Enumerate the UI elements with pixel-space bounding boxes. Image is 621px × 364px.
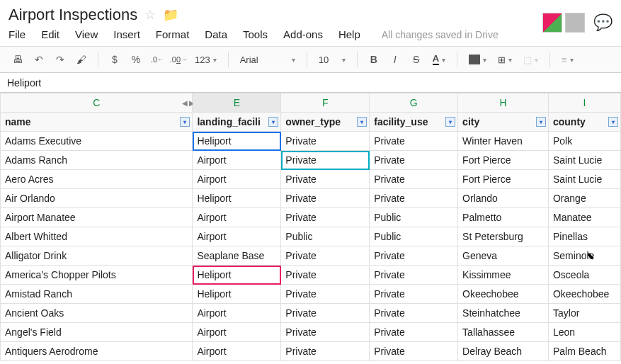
cell[interactable]: Orange bbox=[548, 189, 620, 208]
cell[interactable]: Palm Beach bbox=[548, 342, 620, 361]
cell[interactable]: Kissimmee bbox=[458, 266, 549, 285]
cell[interactable]: Airport Manatee bbox=[1, 208, 193, 227]
cell[interactable]: Heliport bbox=[193, 285, 281, 304]
bold-icon[interactable]: B bbox=[365, 50, 383, 69]
filter-header-facility_use[interactable]: facility_use▾ bbox=[370, 113, 458, 132]
cell[interactable]: Angel's Field bbox=[1, 323, 193, 342]
cell[interactable]: Amistad Ranch bbox=[1, 285, 193, 304]
font-select[interactable]: Arial▾ bbox=[236, 55, 300, 65]
cell[interactable]: Seminole⬉ bbox=[548, 246, 620, 266]
filter-header-owner_type[interactable]: owner_type▾ bbox=[281, 113, 370, 132]
cell[interactable]: Leon bbox=[548, 323, 620, 342]
column-header-I[interactable]: I bbox=[548, 93, 620, 113]
cell[interactable]: Airport bbox=[193, 151, 281, 170]
paint-format-icon[interactable]: 🖌 bbox=[72, 50, 91, 69]
cell[interactable]: Tallahassee bbox=[458, 323, 549, 342]
cell[interactable]: Steinhatchee bbox=[458, 304, 549, 323]
menu-format[interactable]: Format bbox=[156, 28, 190, 40]
filter-icon[interactable]: ▾ bbox=[608, 117, 618, 127]
menu-view[interactable]: View bbox=[75, 28, 98, 40]
cell[interactable]: Public bbox=[370, 208, 458, 227]
cell[interactable]: Air Orlando bbox=[1, 189, 193, 208]
column-header-E[interactable]: E bbox=[193, 93, 281, 113]
doc-title[interactable]: Airport Inspections bbox=[8, 6, 137, 24]
undo-icon[interactable]: ↶ bbox=[30, 50, 48, 69]
cell[interactable]: Private bbox=[281, 189, 370, 208]
cell[interactable]: Private bbox=[370, 342, 458, 361]
cell[interactable]: Airport bbox=[193, 323, 281, 342]
cell[interactable]: Private bbox=[281, 285, 370, 304]
filter-icon[interactable]: ▾ bbox=[268, 117, 278, 127]
column-header-C[interactable]: C◀ ▶ bbox=[1, 93, 193, 113]
cell[interactable]: Antiquers Aerodrome bbox=[1, 342, 193, 361]
cell[interactable]: Private bbox=[281, 208, 370, 227]
cell[interactable]: Geneva bbox=[458, 246, 549, 266]
cell[interactable]: Public bbox=[370, 227, 458, 246]
cell[interactable]: Osceola bbox=[548, 266, 620, 285]
collaborator-avatar-2[interactable] bbox=[565, 13, 585, 33]
cell[interactable]: Airport bbox=[193, 170, 281, 189]
cell[interactable]: Private bbox=[281, 151, 370, 170]
cell[interactable]: Saint Lucie bbox=[548, 151, 620, 170]
cell[interactable]: Orlando bbox=[458, 189, 549, 208]
cell[interactable]: Palmetto bbox=[458, 208, 549, 227]
cell[interactable]: Ancient Oaks bbox=[1, 304, 193, 323]
cell[interactable]: Private bbox=[370, 246, 458, 266]
formula-bar[interactable]: Heliport bbox=[0, 73, 621, 93]
cell[interactable]: Airport bbox=[193, 208, 281, 227]
strikethrough-icon[interactable]: S bbox=[407, 50, 426, 69]
column-header-H[interactable]: H bbox=[458, 93, 549, 113]
print-icon[interactable]: 🖶 bbox=[8, 50, 27, 69]
cell[interactable]: Fort Pierce bbox=[458, 151, 549, 170]
folder-icon[interactable]: 📁 bbox=[163, 7, 178, 23]
decrease-decimal[interactable]: .0← bbox=[148, 50, 166, 69]
cell[interactable]: Heliport bbox=[193, 266, 281, 285]
filter-icon[interactable]: ▾ bbox=[180, 117, 190, 127]
cell[interactable]: Airport bbox=[193, 227, 281, 246]
cell[interactable]: Seaplane Base bbox=[193, 246, 281, 266]
filter-icon[interactable]: ▾ bbox=[536, 117, 546, 127]
menu-tools[interactable]: Tools bbox=[243, 28, 268, 40]
menu-addons[interactable]: Add-ons bbox=[283, 28, 323, 40]
number-format-select[interactable]: 123▾ bbox=[190, 55, 221, 65]
cell[interactable]: Polk bbox=[548, 132, 620, 151]
cell[interactable]: Okeechobee bbox=[458, 285, 549, 304]
text-color-select[interactable]: A▾ bbox=[428, 54, 450, 65]
menu-insert[interactable]: Insert bbox=[113, 28, 140, 40]
star-icon[interactable]: ☆ bbox=[144, 7, 156, 23]
cell[interactable]: Private bbox=[281, 304, 370, 323]
cell[interactable]: Private bbox=[370, 132, 458, 151]
cell[interactable]: Heliport bbox=[193, 132, 281, 151]
menu-file[interactable]: File bbox=[8, 28, 25, 40]
filter-header-county[interactable]: county▾ bbox=[548, 113, 620, 132]
percent-format[interactable]: % bbox=[127, 50, 145, 69]
filter-header-city[interactable]: city▾ bbox=[458, 113, 549, 132]
borders-select[interactable]: ⊞▾ bbox=[494, 55, 516, 65]
cell[interactable]: Albert Whitted bbox=[1, 227, 193, 246]
cell[interactable]: Alligator Drink bbox=[1, 246, 193, 266]
cell[interactable]: Manatee bbox=[548, 208, 620, 227]
column-header-G[interactable]: G bbox=[370, 93, 458, 113]
cell[interactable]: Fort Pierce bbox=[458, 170, 549, 189]
cell[interactable]: Taylor bbox=[548, 304, 620, 323]
cell[interactable]: Private bbox=[370, 170, 458, 189]
merge-select[interactable]: ⬚▾ bbox=[519, 55, 542, 65]
cell[interactable]: Private bbox=[281, 323, 370, 342]
cell[interactable]: Adams Ranch bbox=[1, 151, 193, 170]
redo-icon[interactable]: ↷ bbox=[51, 50, 69, 69]
cell[interactable]: Delray Beach bbox=[458, 342, 549, 361]
cell[interactable]: Public bbox=[281, 227, 370, 246]
cell[interactable]: Winter Haven bbox=[458, 132, 549, 151]
filter-header-name[interactable]: name▾ bbox=[1, 113, 193, 132]
collaborator-avatar-1[interactable] bbox=[542, 13, 562, 33]
cell[interactable]: Private bbox=[370, 189, 458, 208]
font-size-select[interactable]: 10▾ bbox=[314, 55, 350, 65]
cell[interactable]: Airport bbox=[193, 342, 281, 361]
currency-format[interactable]: $ bbox=[106, 50, 124, 69]
cell[interactable]: Saint Lucie bbox=[548, 170, 620, 189]
cell[interactable]: America's Chopper Pilots bbox=[1, 266, 193, 285]
cell[interactable]: Private bbox=[370, 304, 458, 323]
menu-help[interactable]: Help bbox=[338, 28, 360, 40]
cell[interactable]: Heliport bbox=[193, 189, 281, 208]
align-select[interactable]: ≡▾ bbox=[557, 55, 578, 65]
